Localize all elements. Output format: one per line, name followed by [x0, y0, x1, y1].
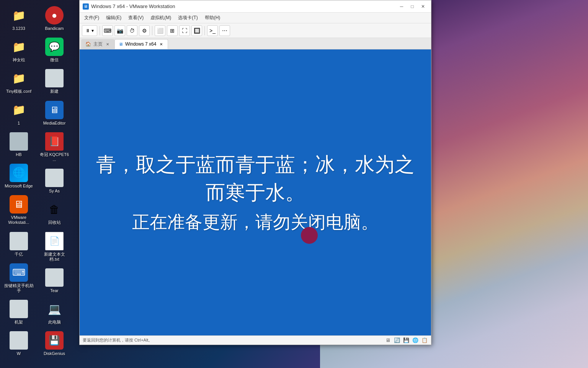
status-save-icon[interactable]: 💾: [403, 337, 410, 344]
newtxt-label: 新建文本文档.txt: [39, 252, 70, 262]
folder-3-label: 3.1233: [12, 26, 25, 31]
window-controls: ─ □ ✕: [397, 3, 428, 10]
desktop-icon-tiny[interactable]: 📁 Tiny模板.conf: [2, 67, 36, 96]
suspend-button[interactable]: ⏱: [127, 25, 137, 36]
vm-display-area[interactable]: 青，取之于蓝而青于蓝；冰，水为之而寒于水。 正在准备更新，请勿关闭电脑。: [80, 49, 431, 335]
desktop-icon-edge[interactable]: 🌐 Microsoft Edge: [2, 161, 36, 191]
pdf-icon: 📕: [45, 132, 64, 151]
view-fullscreen-button[interactable]: ⛶: [179, 25, 190, 36]
desktop-icon-recycle[interactable]: 🗑 回收站: [38, 198, 71, 227]
more-button[interactable]: ⋯: [219, 25, 230, 36]
shennvzhu-label: 神女柱: [13, 58, 25, 62]
desktop-icon-machine[interactable]: 机架: [2, 297, 36, 327]
vmware-icon: 🖥: [10, 195, 28, 214]
vmware-app-icon: 🖥: [83, 3, 89, 10]
menu-bar: 文件(F) 编辑(E) 查看(V) 虚拟机(M) 选项卡(T) 帮助(H): [80, 13, 431, 23]
minimize-button[interactable]: ─: [397, 3, 407, 10]
desktop-icon-zhi[interactable]: 千亿: [2, 230, 36, 259]
hb-label: HB: [16, 152, 21, 157]
status-monitor-icon[interactable]: 🖥: [384, 337, 391, 344]
w-icon: [10, 331, 28, 350]
menu-help[interactable]: 帮助(H): [202, 13, 224, 22]
menu-tabs[interactable]: 选项卡(T): [175, 13, 201, 22]
desktop-icon-folder-3[interactable]: 📁 3.1233: [2, 4, 36, 33]
console-button[interactable]: >_: [207, 25, 218, 36]
desktop-icon-xinjian[interactable]: 新建: [38, 67, 71, 96]
tiny-label: Tiny模板.conf: [6, 89, 31, 94]
pause-dropdown-icon: ▾: [91, 28, 94, 33]
tear-label: Tear: [50, 288, 58, 293]
tab-win7-close[interactable]: ✕: [158, 41, 164, 47]
status-icons-area: 🖥 🔄 💾 🌐 📋: [384, 337, 428, 344]
menu-edit[interactable]: 编辑(E): [103, 13, 124, 22]
view-normal-button[interactable]: ⬜: [155, 25, 165, 36]
tab-win7[interactable]: 🖥 Windows 7 x64 ✕: [114, 39, 168, 49]
loading-indicator: [301, 227, 318, 244]
mediaeditor-icon: 🖥: [45, 101, 64, 119]
desktop-icon-mediaeditor[interactable]: 🖥 MediaEditor: [38, 99, 71, 128]
status-refresh-icon[interactable]: 🔄: [394, 337, 400, 344]
suspend-icon: ⏱: [129, 28, 135, 34]
bandicam-label: Bandicam: [45, 26, 64, 31]
tab-bar: 🏠 主页 ✕ 🖥 Windows 7 x64 ✕: [80, 38, 431, 49]
pause-icon: ⏸: [85, 28, 90, 33]
desktop-icon-wechat[interactable]: 💬 微信: [38, 35, 71, 65]
status-extra-icon[interactable]: 📋: [421, 337, 428, 344]
pdf-label: 奇冠 KQCPET6 ...: [39, 152, 70, 162]
desktop-icon-w[interactable]: W: [2, 329, 36, 358]
desktop-icon-bandicam[interactable]: ● Bandicam: [38, 4, 71, 33]
desktop-icon-shennvzhu[interactable]: 📁 神女柱: [2, 35, 36, 65]
tab-home-label: 主页: [93, 41, 103, 48]
menu-view[interactable]: 查看(V): [125, 13, 147, 22]
desktop-icon-1[interactable]: 📁 1: [2, 99, 36, 128]
zhi-label: 千亿: [15, 252, 23, 257]
desktop-icon-keyboard[interactable]: ⌨ 按键精灵手机助手: [2, 261, 36, 296]
diskgenius-label: DiskGenius: [44, 351, 65, 356]
view-unity-button[interactable]: ⊞: [167, 25, 178, 36]
keyboard-shortcut-icon: ⌨: [104, 28, 111, 34]
xinjian-icon: [45, 69, 64, 87]
newtxt-icon: 📄: [45, 232, 64, 250]
status-text: 要返回到您的计算机，请按 Ctrl+Alt。: [83, 337, 152, 343]
status-network-icon[interactable]: 🌐: [412, 337, 419, 344]
title-bar: 🖥 Windows 7 x64 - VMware Workstation ─ □…: [80, 0, 431, 13]
keyboard-icon: ⌨: [10, 263, 28, 282]
desktop-icon-tear[interactable]: Tear: [38, 266, 71, 296]
desktop-icon-hb[interactable]: HB: [2, 130, 36, 159]
menu-file[interactable]: 文件(F): [81, 13, 102, 22]
diskgenius-icon: 💾: [45, 331, 64, 350]
bandicam-icon: ●: [45, 6, 64, 25]
maximize-button[interactable]: □: [407, 3, 417, 10]
status-bar: 要返回到您的计算机，请按 Ctrl+Alt。 🖥 🔄 💾 🌐 📋: [80, 335, 431, 345]
more-icon: ⋯: [222, 28, 227, 34]
close-button[interactable]: ✕: [418, 3, 428, 10]
pause-resume-button[interactable]: ⏸ ▾: [82, 25, 97, 36]
recycle-icon: 🗑: [45, 200, 64, 219]
snapshot-button[interactable]: 📷: [114, 25, 125, 36]
xinjian-label: 新建: [50, 89, 59, 94]
desktop-icon-thispc[interactable]: 💻 此电脑: [38, 297, 71, 327]
tab-home-close[interactable]: ✕: [105, 41, 110, 47]
edge-label: Microsoft Edge: [5, 184, 33, 189]
vm-sub-text: 正在准备更新，请勿关闭电脑。: [132, 210, 379, 234]
desktop-icon-vmware[interactable]: 🖥 VMware Workstati...: [2, 193, 36, 227]
vmware-label: VMware Workstati...: [3, 215, 34, 225]
window-title: Windows 7 x64 - VMware Workstation: [91, 3, 397, 9]
settings-icon: ⚙: [142, 28, 147, 34]
edge-icon: 🌐: [10, 164, 28, 182]
tear-icon: [45, 268, 64, 287]
menu-vm[interactable]: 虚拟机(M): [147, 13, 174, 22]
settings-button[interactable]: ⚙: [139, 25, 150, 36]
shennvzhu-icon: 📁: [10, 38, 28, 56]
camera-icon: 📷: [117, 28, 123, 34]
desktop: 📁 3.1233 📁 神女柱 📁 Tiny模板.conf 📁 1 HB 🌐 Mi…: [0, 0, 588, 368]
view-option-button[interactable]: 🔲: [191, 25, 202, 36]
toolbar-separator-1: [100, 26, 100, 35]
tab-home[interactable]: 🏠 主页 ✕: [81, 39, 114, 49]
desktop-icon-sy[interactable]: Sy As: [38, 166, 71, 196]
send-ctrlaltdel-button[interactable]: ⌨: [102, 25, 113, 36]
desktop-icon-diskgenius[interactable]: 💾 DiskGenius: [38, 329, 71, 358]
desktop-icon-pdf[interactable]: 📕 奇冠 KQCPET6 ...: [38, 130, 71, 164]
desktop-icon-newtxt[interactable]: 📄 新建文本文档.txt: [38, 230, 71, 264]
vmware-workstation-window: 🖥 Windows 7 x64 - VMware Workstation ─ □…: [79, 0, 431, 345]
